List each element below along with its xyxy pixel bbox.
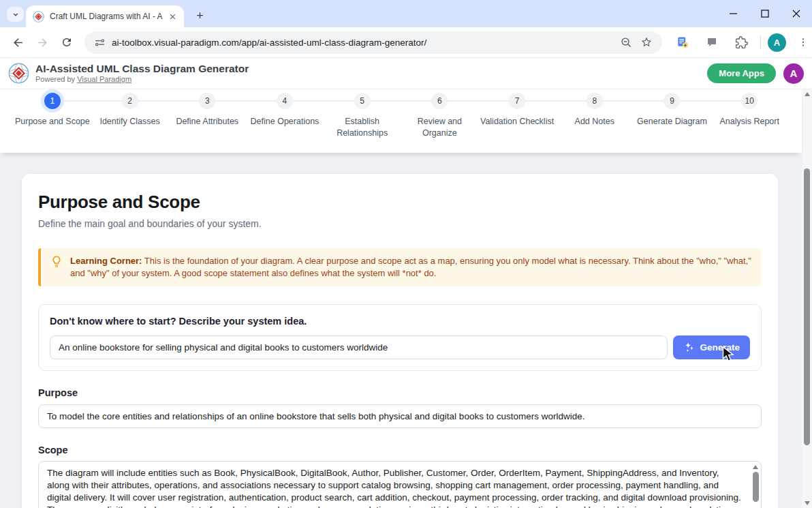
page-subtitle: Define the main goal and boundaries of y… [38,218,762,229]
learning-corner-text: Learning Corner: This is the foundation … [70,255,752,280]
browser-toolbar: ai-toolbox.visual-paradigm.com/app/ai-as… [0,27,812,58]
chevron-down-icon [11,10,20,19]
stepper-step-define-attributes[interactable]: 3 Define Attributes [168,93,246,139]
generate-button-label: Generate [700,342,740,353]
plus-icon [195,10,205,20]
learning-corner-label: Learning Corner: [70,256,142,266]
app-title: AI-Assisted UML Class Diagram Generator [35,63,249,75]
stepper-step-establish-relationships[interactable]: 5 Establish Relationships [324,93,401,139]
scope-scroll-up-icon[interactable] [753,465,758,469]
back-button[interactable] [7,31,29,53]
reload-button[interactable] [56,31,78,53]
tab-search-button[interactable] [7,7,24,22]
lightbulb-icon [50,255,63,280]
step-number: 8 [587,93,603,109]
close-window-button[interactable] [781,0,812,27]
reload-icon [61,36,73,48]
step-label: Establish Relationships [324,116,401,139]
browser-titlebar: Craft UML Diagrams with AI - A [0,0,812,27]
purpose-label: Purpose [38,387,762,398]
step-label: Generate Diagram [637,116,707,128]
step-number: 6 [431,93,448,109]
browser-profile-avatar[interactable]: A [768,33,786,52]
bookmark-star-icon[interactable] [640,36,653,48]
step-number: 5 [354,93,371,109]
visual-paradigm-favicon [33,11,44,23]
maximize-icon [761,10,769,18]
back-icon [12,36,25,49]
browser-tab[interactable]: Craft UML Diagrams with AI - A [26,5,184,27]
step-label: Review and Organize [401,116,478,139]
address-bar[interactable]: ai-toolbox.visual-paradigm.com/app/ai-as… [84,31,662,54]
idea-row: Generate [50,335,750,359]
idea-card: Don't know where to start? Describe your… [38,304,762,371]
scope-scroll-thumb[interactable] [753,472,759,502]
stepper-step-generate-diagram[interactable]: 9 Generate Diagram [634,93,711,139]
forward-icon [36,36,49,49]
sparkles-icon [683,342,695,353]
step-label: Identify Classes [99,116,159,128]
system-idea-input[interactable] [50,335,668,359]
comment-bubble-icon[interactable] [701,31,723,53]
visual-paradigm-logo [8,63,29,84]
more-apps-button[interactable]: More Apps [707,63,776,83]
visual-paradigm-link[interactable]: Visual Paradigm [77,75,131,83]
page-title: Purpose and Scope [38,192,762,213]
step-number: 4 [277,93,293,109]
stepper-step-define-operations[interactable]: 4 Define Operations [246,93,324,139]
idea-label: Don't know where to start? Describe your… [50,316,750,327]
learning-corner-callout: Learning Corner: This is the foundation … [38,248,762,286]
user-avatar[interactable]: A [783,63,804,84]
main-card: Purpose and Scope Define the main goal a… [22,174,778,508]
step-number: 1 [44,93,61,109]
window-controls [718,0,812,27]
stepper-step-review-and-organize[interactable]: 6 Review and Organize [401,93,479,139]
step-label: Add Notes [575,116,614,128]
maximize-button[interactable] [749,0,781,27]
stepper-step-add-notes[interactable]: 8 Add Notes [556,93,634,139]
page-scroll-thumb[interactable] [804,168,810,445]
scope-label: Scope [38,445,762,455]
zoom-out-icon[interactable] [620,36,632,48]
generate-button[interactable]: Generate [673,335,750,359]
powered-by: Powered by Visual Paradigm [35,75,249,84]
forward-button[interactable] [31,31,53,53]
step-number: 7 [509,93,525,109]
tab-title: Craft UML Diagrams with AI - A [50,12,163,21]
stepper-step-purpose-and-scope[interactable]: 1 Purpose and Scope [14,93,91,139]
url-text[interactable]: ai-toolbox.visual-paradigm.com/app/ai-as… [112,38,612,48]
learning-corner-body: This is the foundation of your diagram. … [70,256,751,278]
minimize-icon [730,10,738,18]
site-info-icon[interactable] [94,37,106,48]
extensions-puzzle-icon[interactable] [730,31,752,53]
stepper-bar: 1 Purpose and Scope 2 Identify Classes 3… [0,89,802,153]
stepper-step-identify-classes[interactable]: 2 Identify Classes [91,93,169,139]
page-scrollbar[interactable] [802,89,812,508]
tab-close-icon[interactable] [168,12,177,21]
app-titles: AI-Assisted UML Class Diagram Generator … [35,63,249,84]
new-tab-button[interactable] [191,6,208,24]
step-label: Purpose and Scope [15,116,90,128]
step-label: Define Operations [251,116,319,128]
step-label: Define Attributes [176,116,238,128]
purpose-input[interactable] [38,404,762,428]
scope-textarea[interactable]: The diagram will include entities such a… [38,461,762,508]
app-header: AI-Assisted UML Class Diagram Generator … [0,58,812,89]
reading-mode-icon[interactable] [672,31,693,53]
step-number: 2 [122,93,138,109]
toolbar-separator [760,35,761,49]
page-scroll-down-icon[interactable] [805,501,810,505]
steps: 1 Purpose and Scope 2 Identify Classes 3… [14,93,788,139]
minimize-button[interactable] [718,0,749,27]
toolbar-right: A [670,31,812,53]
step-label: Analysis Report [719,116,779,128]
step-number: 3 [199,93,215,109]
stepper-step-analysis-report[interactable]: 10 Analysis Report [710,93,788,139]
browser-menu-icon[interactable] [792,31,812,53]
powered-by-text: Powered by [35,75,75,83]
scope-scrollbar[interactable] [751,462,760,508]
scope-wrap: The diagram will include entities such a… [38,461,762,508]
stepper-step-validation-checklist[interactable]: 7 Validation Checklist [478,93,556,139]
page-scroll-up-icon[interactable] [805,92,810,96]
step-label: Validation Checklist [480,116,554,128]
